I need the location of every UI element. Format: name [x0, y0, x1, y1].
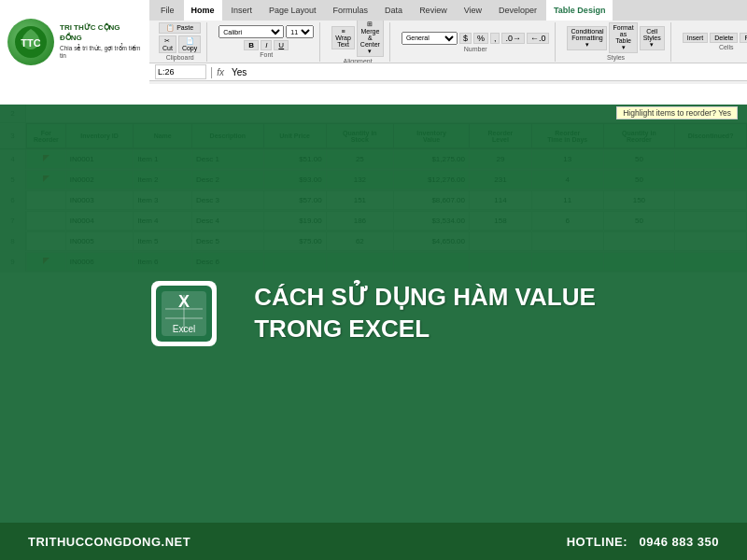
overlay-area: X Excel CÁCH SỬ DỤNG HÀM VALUE TRONG EXC… [0, 105, 747, 523]
styles-label: Styles [607, 54, 625, 61]
logo-area: TTC TRI THỨC CỘNG ĐỒNG Chia sẻ tri thức,… [0, 0, 149, 84]
italic-button[interactable]: I [261, 40, 272, 50]
format-button[interactable]: Format [740, 33, 747, 43]
tab-view[interactable]: View [457, 0, 489, 21]
delete-button[interactable]: Delete [710, 33, 738, 43]
overlay-logo: X Excel [151, 281, 217, 346]
tab-home[interactable]: Home [184, 0, 222, 21]
tab-formulas[interactable]: Formulas [326, 0, 376, 21]
paste-button[interactable]: 📋 Paste [159, 22, 201, 34]
overlay-title: CÁCH SỬ DỤNG HÀM VALUE TRONG EXCEL [254, 282, 596, 345]
format-as-table-button[interactable]: Format asTable ▾ [609, 22, 637, 53]
currency-button[interactable]: $ [459, 33, 472, 44]
comma-button[interactable]: , [490, 33, 500, 44]
increase-decimal-button[interactable]: .0→ [501, 33, 525, 44]
tab-developer[interactable]: Developer [491, 0, 544, 21]
cells-label: Cells [719, 44, 734, 50]
cell-styles-button[interactable]: CellStyles ▾ [640, 26, 665, 50]
tab-review[interactable]: Review [412, 0, 455, 21]
footer: TRITHUCCONGDONG.NET HOTLINE: 0946 883 35… [0, 523, 747, 560]
clipboard-label: Clipboard [166, 54, 194, 61]
highlight-note: Highlight items to reorder? Yes [616, 106, 738, 119]
wrap-text-button[interactable]: ≡ Wrap Text [331, 26, 355, 49]
svg-text:X: X [178, 292, 190, 311]
hotline-label: HOTLINE: [567, 535, 627, 549]
ribbon-group-alignment: ≡ Wrap Text ⊞ Merge & Center ▾ Alignment [326, 22, 390, 62]
svg-text:TTC: TTC [21, 37, 40, 49]
ribbon-group-styles: ConditionalFormatting ▾ Format asTable ▾… [561, 22, 670, 62]
number-format-select[interactable]: General [402, 32, 458, 45]
hotline-number: 0946 883 350 [639, 535, 719, 549]
tab-page-layout[interactable]: Page Layout [261, 0, 324, 21]
overlay-title-line1: CÁCH SỬ DỤNG HÀM VALUE [254, 282, 596, 314]
font-name-select[interactable]: Calibri [218, 25, 284, 38]
font-label: Font [260, 51, 273, 58]
conditional-formatting-button[interactable]: ConditionalFormatting ▾ [567, 26, 607, 50]
formula-input[interactable] [228, 67, 747, 77]
tab-data[interactable]: Data [377, 0, 410, 21]
tab-table-design[interactable]: Table Design [546, 0, 613, 21]
number-label: Number [464, 46, 487, 52]
percent-button[interactable]: % [473, 33, 488, 44]
tabs-row: File Home Insert Page Layout Formulas Da… [149, 0, 747, 21]
logo-name: TRI THỨC CỘNG ĐỒNG [60, 23, 142, 43]
logo-icon: TTC [7, 19, 54, 65]
decrease-decimal-button[interactable]: ←.0 [527, 33, 550, 44]
fx-label: fx [217, 67, 224, 77]
ribbon-content: File Home Insert Page Layout Formulas Da… [149, 0, 747, 84]
ribbon-area: TTC TRI THỨC CỘNG ĐỒNG Chia sẻ tri thức,… [0, 0, 747, 84]
ribbon-group-cells: Insert Delete Format Cells [677, 22, 747, 62]
ribbon-group-number: General $ % , .0→ ←.0 Number [396, 22, 557, 62]
bold-button[interactable]: B [244, 40, 259, 50]
formula-bar-sep: | [210, 65, 213, 78]
excel-logo-box: X Excel [151, 281, 217, 346]
ribbon-buttons-row: 📋 Paste ✂ Cut 📄 Copy Clipboard Calibri [149, 21, 747, 63]
merge-center-button[interactable]: ⊞ Merge & Center ▾ [357, 21, 384, 57]
svg-text:Excel: Excel [173, 324, 195, 334]
tab-file[interactable]: File [153, 0, 182, 21]
tab-insert[interactable]: Insert [224, 0, 261, 21]
formula-bar: | fx [149, 63, 747, 81]
logo-tagline: Chia sẻ tri thức, gợi trổm tiếm tin [60, 45, 142, 61]
copy-button[interactable]: 📄 Copy [178, 35, 201, 53]
footer-website: TRITHUCCONGDONG.NET [28, 535, 190, 549]
name-box[interactable] [155, 64, 206, 79]
overlay-title-line2: TRONG EXCEL [254, 314, 596, 345]
ribbon-group-clipboard: 📋 Paste ✂ Cut 📄 Copy Clipboard [153, 22, 207, 62]
font-size-select[interactable]: 11 [286, 25, 314, 38]
insert-button[interactable]: Insert [683, 33, 709, 43]
ribbon-group-font: Calibri 11 B I U Font [213, 22, 320, 62]
cut-button[interactable]: ✂ Cut [159, 35, 176, 53]
overlay-text: CÁCH SỬ DỤNG HÀM VALUE TRONG EXCEL [254, 282, 596, 345]
underline-button[interactable]: U [274, 40, 289, 50]
footer-hotline: HOTLINE: 0946 883 350 [567, 535, 719, 549]
